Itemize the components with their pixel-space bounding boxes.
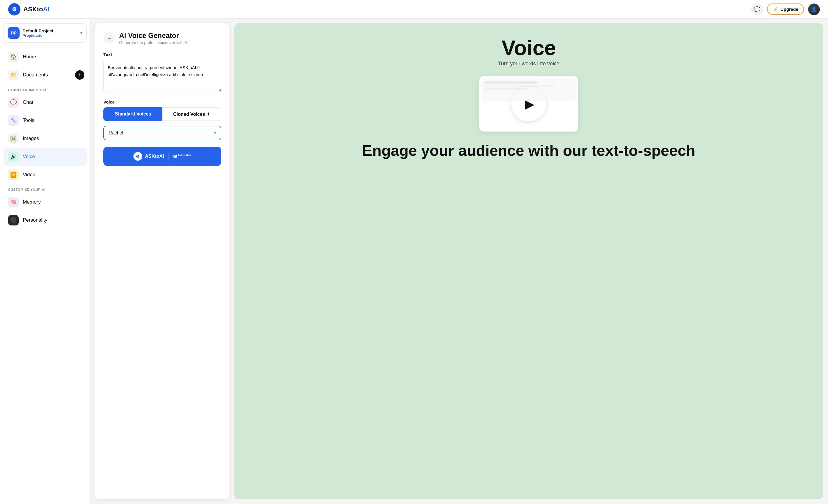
sidebar-item-home[interactable]: 🏠 Home [3, 48, 87, 66]
sidebar-item-label: Documents [23, 72, 48, 78]
chat-icon: 💬 [754, 6, 760, 12]
home-icon: 🏠 [8, 52, 19, 62]
hero-title: Voice [502, 37, 556, 58]
tab-cloned-voices[interactable]: Cloned Voices ✦ [162, 107, 221, 121]
sidebar-item-video[interactable]: ▶️ Video [3, 166, 87, 184]
sidebar-item-tools[interactable]: 🔧 Tools [3, 111, 87, 130]
logo-icon: ⚙ [8, 3, 20, 15]
panel-subtitle: Generate the prefect voiceover with AI! [119, 40, 190, 45]
sidebar-item-documents[interactable]: 📁 Documents [3, 66, 75, 84]
lightning-icon: ⚡ [773, 6, 779, 12]
panel-header: ← AI Voice Geneator Generate the prefect… [104, 32, 221, 45]
documents-icon: 📁 [8, 70, 19, 80]
sidebar-item-label: Chat [23, 99, 33, 105]
project-selector[interactable]: DP Default Project Propietario ▾ [3, 23, 87, 43]
voice-player-preview: ▶ [479, 76, 578, 132]
voice-select[interactable]: Rachel ▾ [104, 126, 221, 140]
panel-title-group: AI Voice Geneator Generate the prefect v… [119, 32, 190, 45]
chevron-down-icon: ▾ [80, 31, 82, 35]
add-document-button[interactable]: + [75, 70, 84, 80]
back-button[interactable]: ← [104, 32, 115, 44]
generate-button[interactable]: ⚙ ASKtoAI 96AI-Credits [104, 147, 221, 166]
tab-standard-voices[interactable]: Standard Voices [104, 107, 162, 121]
voice-icon: 🔊 [8, 151, 19, 162]
sidebar-item-label: Video [23, 172, 35, 178]
voice-tabs: Standard Voices Cloned Voices ✦ [104, 107, 221, 121]
sidebar-item-label: Voice [23, 154, 35, 159]
memory-icon: 🧠 [8, 197, 19, 208]
back-arrow-icon: ← [107, 35, 112, 41]
sidebar-item-voice[interactable]: 🔊 Voice [3, 148, 87, 166]
images-icon: 🖼️ [8, 133, 19, 144]
voice-select-value: Rachel [109, 130, 123, 136]
upgrade-label: Upgrade [780, 7, 798, 12]
panel-title: AI Voice Geneator [119, 32, 190, 40]
customize-section-label: CUSTOMIZE YOUR AI [3, 184, 87, 193]
hero-subtitle: Turn your words into voice [498, 61, 560, 67]
voice-generator-panel: ← AI Voice Geneator Generate the prefect… [95, 23, 230, 499]
sidebar-item-label: Home [23, 54, 36, 60]
generate-btn-credits: 96AI-Credits [172, 154, 191, 159]
project-avatar: DP [8, 27, 19, 39]
tools-icon: 🔧 [8, 115, 19, 126]
generate-btn-logo: ⚙ [133, 152, 142, 161]
asktoai-logo-icon: ⚙ [136, 154, 139, 159]
video-icon: ▶️ [8, 170, 19, 180]
engage-text: Engage your audience with our text-to-sp… [362, 142, 695, 159]
project-name: Default Project [23, 28, 77, 33]
btn-separator [168, 153, 168, 159]
upgrade-button[interactable]: ⚡ Upgrade [767, 3, 804, 15]
logo-text: ASKtoAI [24, 6, 49, 13]
text-field-label: Text [104, 52, 221, 57]
sidebar-item-label: Tools [23, 118, 35, 123]
sidebar-item-label: Memory [23, 199, 41, 205]
ai-tools-section-label: I TUOI STRUMENTI AI [3, 84, 87, 93]
chat-icon-button[interactable]: 💬 [751, 3, 763, 15]
avatar[interactable]: 👤 [808, 3, 820, 15]
project-info: Default Project Propietario [23, 28, 77, 38]
app-body: DP Default Project Propietario ▾ 🏠 Home … [0, 19, 828, 504]
sidebar-item-personality[interactable]: ⚫ Personality [3, 211, 87, 229]
sidebar-item-memory[interactable]: 🧠 Memory [3, 193, 87, 211]
voice-text-input[interactable]: Benvenuti alla nostra presentazione. ASK… [104, 60, 221, 92]
chat-icon: 💬 [8, 97, 19, 108]
sidebar: DP Default Project Propietario ▾ 🏠 Home … [0, 19, 90, 504]
documents-row: 📁 Documents + [3, 66, 87, 84]
sidebar-item-label: Images [23, 136, 39, 141]
project-role: Propietario [23, 33, 77, 38]
personality-icon: ⚫ [8, 215, 19, 225]
sidebar-item-images[interactable]: 🖼️ Images [3, 130, 87, 148]
logo: ⚙ ASKtoAI [8, 3, 49, 15]
sidebar-item-chat[interactable]: 💬 Chat [3, 93, 87, 111]
sidebar-item-label: Personality [23, 217, 47, 223]
voice-section: Voice Standard Voices Cloned Voices ✦ Ra… [104, 99, 221, 140]
main-content: ← AI Voice Geneator Generate the prefect… [90, 19, 828, 504]
generate-btn-brand: ASKtoAI [145, 154, 164, 159]
app-header: ⚙ ASKtoAI 💬 ⚡ Upgrade 👤 [0, 0, 828, 19]
header-actions: 💬 ⚡ Upgrade 👤 [751, 3, 820, 15]
right-promo-panel: Voice Turn your words into voice ▶ Engag… [234, 23, 823, 499]
voice-field-label: Voice [104, 99, 221, 104]
chevron-down-icon: ▾ [214, 131, 216, 135]
preview-ui-bg [482, 79, 575, 101]
